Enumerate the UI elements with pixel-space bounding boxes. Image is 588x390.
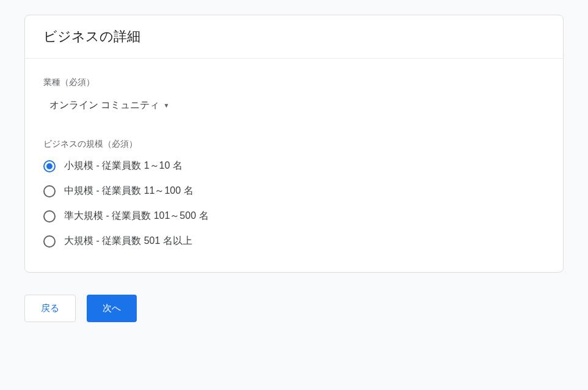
business-size-label: ビジネスの規模（必須） (43, 139, 545, 150)
card-header: ビジネスの詳細 (25, 15, 563, 59)
industry-dropdown[interactable]: オンライン コミュニティ ▼ (45, 97, 174, 114)
radio-selected-dot (46, 163, 53, 169)
radio-icon (43, 235, 56, 248)
radio-label: 中規模 - 従業員数 11～100 名 (64, 185, 194, 197)
radio-icon (43, 210, 56, 223)
radio-label: 準大規模 - 従業員数 101～500 名 (64, 210, 209, 223)
radio-icon (43, 160, 56, 172)
next-button[interactable]: 次へ (87, 295, 137, 322)
radio-label: 小規模 - 従業員数 1～10 名 (64, 160, 183, 172)
footer-actions: 戻る 次へ (24, 295, 564, 322)
radio-icon (43, 185, 56, 197)
radio-option-small[interactable]: 小規模 - 従業員数 1～10 名 (43, 160, 545, 172)
business-details-card: ビジネスの詳細 業種（必須） オンライン コミュニティ ▼ ビジネスの規模（必須… (24, 15, 564, 273)
radio-option-xlarge[interactable]: 大規模 - 従業員数 501 名以上 (43, 235, 545, 248)
radio-option-medium[interactable]: 中規模 - 従業員数 11～100 名 (43, 185, 545, 197)
radio-option-large[interactable]: 準大規模 - 従業員数 101～500 名 (43, 210, 545, 223)
chevron-down-icon: ▼ (163, 102, 169, 109)
card-title: ビジネスの詳細 (43, 28, 545, 46)
business-size-radio-group: 小規模 - 従業員数 1～10 名 中規模 - 従業員数 11～100 名 準大… (43, 160, 545, 248)
industry-label: 業種（必須） (43, 77, 545, 88)
back-button[interactable]: 戻る (24, 295, 76, 322)
industry-selected-value: オンライン コミュニティ (49, 99, 159, 112)
radio-label: 大規模 - 従業員数 501 名以上 (64, 235, 192, 248)
card-body: 業種（必須） オンライン コミュニティ ▼ ビジネスの規模（必須） 小規模 - … (25, 59, 563, 272)
